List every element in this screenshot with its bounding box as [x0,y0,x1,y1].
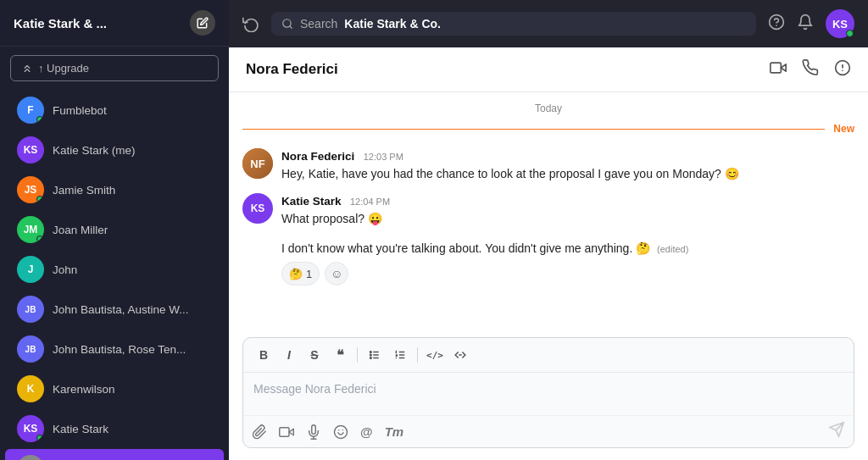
toolbar-divider [357,347,358,363]
online-status [36,435,43,441]
avatar: F [17,97,44,124]
contact-item-nora-federici[interactable]: NF Nora Federici [5,449,224,460]
edit-workspace-button[interactable] [190,10,215,36]
online-status [36,236,43,242]
svg-point-12 [370,352,371,353]
avatar: NF [242,148,273,179]
contact-name: Fumblebot [53,104,107,117]
user-avatar[interactable]: KS [826,9,854,38]
avatar: JB [17,335,44,363]
user-online-status [846,30,854,37]
ordered-list-button[interactable] [388,343,412,367]
avatar: K [17,375,44,402]
contact-item-karenwilson[interactable]: K Karenwilson [5,369,224,408]
contact-item-john-bautista-rose[interactable]: JB John Bautista, Rose Ten... [5,330,224,369]
edited-label: (edited) [657,244,688,254]
bold-button[interactable]: B [252,343,275,367]
reactions: 🤔 1 ☺ [281,262,854,285]
online-status [36,116,43,123]
svg-point-13 [370,354,371,356]
video-message-button[interactable] [279,424,294,440]
svg-marker-4 [781,64,786,71]
new-label: New [833,123,854,135]
video-call-button[interactable] [770,59,787,80]
svg-line-1 [290,26,292,29]
message-time: 12:04 PM [350,197,390,207]
attach-file-button[interactable] [252,424,267,440]
svg-rect-20 [280,427,289,436]
contacts-list: F Fumblebot KS Katie Stark (me) JS Jamie… [0,90,229,460]
text-format-button[interactable]: Tт [385,424,404,439]
contact-name: Karenwilson [53,383,115,396]
info-button[interactable] [834,59,851,80]
avatar: J [17,256,44,283]
topbar: Search Katie Stark & Co. KS [229,0,868,47]
avatar: JB [17,296,44,323]
search-bar[interactable]: Search Katie Stark & Co. [271,12,756,36]
avatar: NF [17,455,44,460]
avatar: KS [17,415,44,442]
contact-name: Jamie Smith [53,184,115,197]
avatar: JM [17,216,44,243]
bullet-list-button[interactable] [363,343,387,367]
contact-item-joan-miller[interactable]: JM Joan Miller [5,210,224,249]
toolbar-divider [417,347,418,363]
phone-call-button[interactable] [802,59,819,80]
contact-name: John [53,263,77,276]
avatar: JS [17,176,44,203]
formatting-toolbar: B I S ❝ </> [243,338,854,373]
chat-actions [770,59,851,80]
message-content: I don't know what you're talking about. … [281,238,854,285]
upgrade-button[interactable]: ↑ Upgrade [10,55,219,81]
message-text: Hey, Katie, have you had the chance to l… [281,165,854,183]
strikethrough-button[interactable]: S [303,343,326,367]
workspace-title: Katie Stark & ... [14,16,107,30]
message-group-1: NF Nora Federici 12:03 PM Hey, Katie, ha… [229,143,868,188]
mention-button[interactable]: @ [360,424,373,439]
contact-item-john-bautista-austine[interactable]: JB John Bautista, Austine W... [5,290,224,329]
date-divider: Today [229,92,868,119]
help-button[interactable] [768,14,785,34]
send-button[interactable] [828,421,845,442]
notifications-button[interactable] [797,14,814,34]
quote-button[interactable]: ❝ [328,343,352,367]
add-reaction-button[interactable]: ☺ [325,262,348,285]
message-text: What proposal? 😛 [281,210,854,228]
svg-marker-19 [289,429,293,435]
contact-name: John Bautista, Austine W... [53,303,189,316]
main-content: Search Katie Stark & Co. KS Nora Federic… [229,0,868,460]
search-label: Search [300,17,337,30]
message-input-container: B I S ❝ </> Message Nora Federici [229,329,868,460]
avatar: KS [242,193,273,224]
emoji-button[interactable] [333,424,348,440]
code-block-button[interactable] [448,343,472,367]
message-content: Nora Federici 12:03 PM Hey, Katie, have … [281,148,854,183]
contact-item-fumblebot[interactable]: F Fumblebot [5,91,224,130]
contact-item-katie-stark[interactable]: KS Katie Stark [5,409,224,448]
message-text: I don't know what you're talking about. … [281,240,854,258]
contact-item-john[interactable]: J John [5,250,224,289]
message-sender: Katie Stark [281,195,342,208]
new-divider-line [242,129,825,130]
italic-button[interactable]: I [277,343,301,367]
topbar-icons: KS [768,9,854,38]
audio-message-button[interactable] [306,424,321,440]
contact-item-jamie-smith[interactable]: JS Jamie Smith [5,170,224,209]
message-sender: Nora Federici [281,150,354,163]
contact-name: Joan Miller [53,224,108,236]
chat-contact-name: Nora Federici [246,61,338,78]
contact-item-katie-stark-me[interactable]: KS Katie Stark (me) [5,130,224,169]
message-time: 12:03 PM [364,152,403,162]
online-status [36,196,43,202]
message-group-3: I don't know what you're talking about. … [229,233,868,291]
messages-area: Today New NF Nora Federici 12:03 PM Hey,… [229,92,868,329]
message-content: Katie Stark 12:04 PM What proposal? 😛 [281,193,854,228]
history-button[interactable] [242,15,259,32]
message-placeholder: Message Nora Federici [253,382,376,396]
message-input-area[interactable]: Message Nora Federici [243,373,854,415]
svg-point-14 [370,357,371,359]
message-input-box: B I S ❝ </> Message Nora Federici [242,337,854,448]
reaction-thinking[interactable]: 🤔 1 [281,262,320,285]
code-button[interactable]: </> [423,343,447,367]
sidebar-header: Katie Stark & ... [0,0,229,47]
